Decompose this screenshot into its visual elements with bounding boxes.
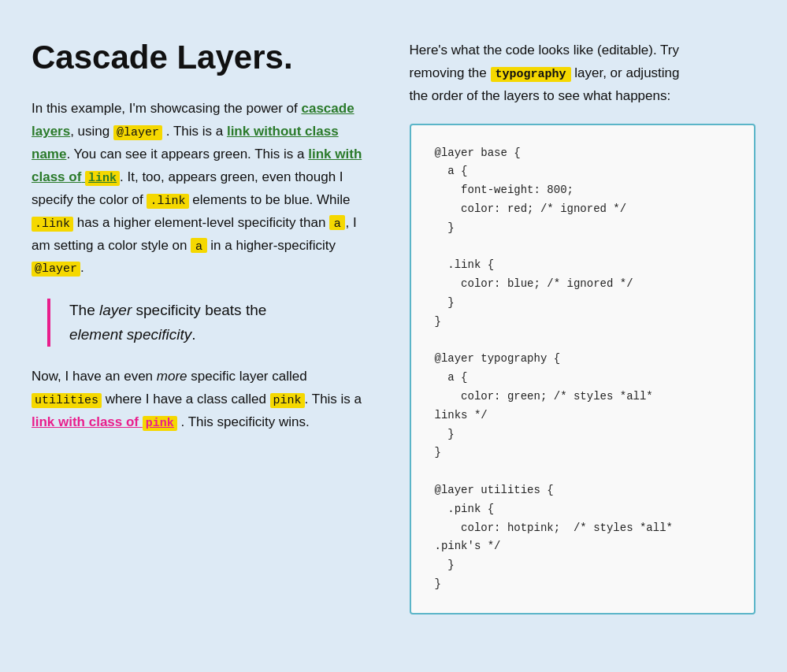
this-is-a-text: . This is a <box>166 124 223 139</box>
blockquote-period: . <box>191 326 195 343</box>
pink-badge: pink <box>270 393 305 408</box>
this-is-a-2: . This is a <box>305 392 362 407</box>
pink-link-label: link with class of <box>32 414 139 429</box>
typography-highlight: typography <box>491 67 571 82</box>
blockquote: The layer specificity beats the element … <box>47 299 378 347</box>
using-text: , using <box>70 124 110 139</box>
you-can-see-text: . You can see it appears green. This is … <box>66 147 304 162</box>
specific-text: specific layer called <box>191 369 306 384</box>
where-text: where I have a class called <box>106 392 266 407</box>
pink-highlight: pink <box>143 416 177 431</box>
right-intro-line3: layer, or adjusting <box>574 65 679 80</box>
code-content: @layer base { a { font-weight: 800; colo… <box>435 147 673 590</box>
has-higher-text: has a higher element-level specificity t… <box>77 215 326 230</box>
intro-paragraph: In this example, I'm showcasing the powe… <box>32 98 378 280</box>
link-badge-2: .link <box>147 194 188 209</box>
blockquote-the: The <box>69 302 95 318</box>
pink-link[interactable]: link with class of pink <box>32 414 177 429</box>
at-layer-badge-1: @layer <box>113 125 162 140</box>
now-text: Now, I have an even <box>32 369 153 384</box>
right-intro-text: Here's what the code looks like (editabl… <box>410 39 756 108</box>
period-text: . <box>80 260 84 275</box>
bottom-paragraph: Now, I have an even more specific layer … <box>32 366 378 434</box>
at-layer-badge-2: @layer <box>32 262 80 277</box>
this-spec-text: . This specificity wins. <box>181 414 310 429</box>
right-column: Here's what the code looks like (editabl… <box>410 32 756 614</box>
code-editor[interactable]: @layer base { a { font-weight: 800; colo… <box>410 124 756 614</box>
left-column: Cascade Layers. In this example, I'm sho… <box>32 32 378 434</box>
in-higher-text: in a higher-specificity <box>210 238 336 253</box>
link-badge-1: link <box>85 171 120 186</box>
right-intro-line1: Here's what the code looks like (editabl… <box>410 43 679 58</box>
intro-text-1: In this example, I'm showcasing the powe… <box>32 101 298 116</box>
a-badge-1: a <box>329 215 345 230</box>
blockquote-layer-em: layer <box>99 302 132 318</box>
blockquote-specificity-beats: specificity beats the <box>136 302 267 318</box>
a-badge-2: a <box>191 238 206 253</box>
elements-blue-text: elements to be blue. While <box>192 192 350 207</box>
main-layout: Cascade Layers. In this example, I'm sho… <box>32 32 755 614</box>
link-badge-3: .link <box>32 217 73 232</box>
right-intro-line4: the order of the layers to see what happ… <box>410 88 671 103</box>
utilities-badge: utilities <box>32 393 102 408</box>
blockquote-element-specificity: element specificity <box>69 326 191 343</box>
blockquote-text: The layer specificity beats the element … <box>69 299 378 347</box>
right-intro-removing: removing the <box>410 65 487 80</box>
page-title: Cascade Layers. <box>32 39 378 76</box>
more-em: more <box>157 369 187 384</box>
